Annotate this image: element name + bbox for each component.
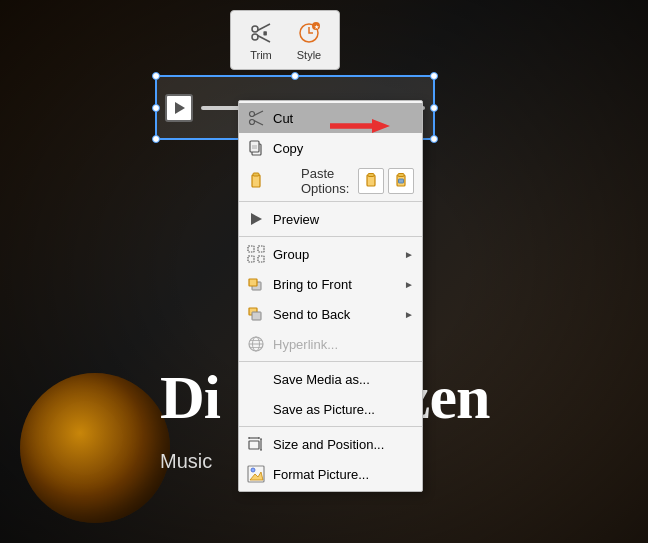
handle-tl[interactable]: [152, 72, 160, 80]
style-button[interactable]: ★ Style: [287, 15, 331, 65]
style-icon: ★: [295, 19, 323, 47]
preview-icon: [245, 208, 267, 230]
red-arrow-indicator: [330, 112, 410, 140]
menu-item-size-position[interactable]: Size and Position...: [239, 429, 422, 459]
menu-item-group[interactable]: Group ►: [239, 239, 422, 269]
svg-rect-26: [248, 256, 254, 262]
separator-1: [239, 201, 422, 202]
menu-item-save-picture[interactable]: Save as Picture...: [239, 394, 422, 424]
svg-rect-29: [249, 279, 257, 286]
handle-ml[interactable]: [152, 104, 160, 112]
menu-item-save-media[interactable]: Save Media as...: [239, 364, 422, 394]
context-menu: Cut Copy Paste Options:: [238, 100, 423, 492]
copy-icon: [245, 137, 267, 159]
svg-point-44: [251, 468, 255, 472]
svg-rect-22: [399, 179, 404, 183]
svg-line-10: [254, 111, 263, 116]
svg-line-3: [258, 36, 271, 43]
instrument-image: [20, 373, 170, 523]
svg-point-8: [250, 112, 255, 117]
paste-options-label: Paste Options:: [301, 166, 350, 196]
hyperlink-icon: [245, 333, 267, 355]
svg-rect-31: [252, 312, 261, 320]
play-button[interactable]: [165, 94, 193, 122]
format-picture-label: Format Picture...: [273, 467, 414, 482]
send-to-back-label: Send to Back: [273, 307, 400, 322]
svg-rect-13: [250, 141, 259, 152]
save-picture-icon: [245, 398, 267, 420]
svg-point-0: [252, 26, 258, 32]
save-media-label: Save Media as...: [273, 372, 414, 387]
slide-subtitle: Music: [160, 450, 212, 473]
svg-line-2: [258, 24, 271, 31]
paste-option-icons: [358, 168, 414, 194]
svg-point-9: [250, 120, 255, 125]
paste-icon: [245, 170, 267, 192]
svg-rect-17: [253, 173, 259, 176]
separator-2: [239, 236, 422, 237]
handle-br[interactable]: [430, 135, 438, 143]
bring-to-front-arrow: ►: [404, 279, 414, 290]
menu-item-hyperlink: Hyperlink...: [239, 329, 422, 359]
trim-label: Trim: [250, 49, 272, 61]
svg-rect-24: [248, 246, 254, 252]
handle-mr[interactable]: [430, 104, 438, 112]
paste-options-row: Paste Options:: [239, 163, 422, 199]
trim-icon: [247, 19, 275, 47]
paste-option-2[interactable]: [388, 168, 414, 194]
bring-to-front-icon: [245, 273, 267, 295]
menu-item-format-picture[interactable]: Format Picture...: [239, 459, 422, 489]
preview-label: Preview: [273, 212, 414, 227]
group-label: Group: [273, 247, 400, 262]
svg-line-11: [254, 121, 263, 126]
svg-rect-27: [258, 256, 264, 262]
menu-item-preview[interactable]: Preview: [239, 204, 422, 234]
hyperlink-label: Hyperlink...: [273, 337, 414, 352]
size-position-icon: [245, 433, 267, 455]
group-icon: [245, 243, 267, 265]
send-to-back-arrow: ►: [404, 309, 414, 320]
handle-bl[interactable]: [152, 135, 160, 143]
ribbon-toolbar: Trim ★ Style: [230, 10, 340, 70]
handle-tr[interactable]: [430, 72, 438, 80]
svg-text:★: ★: [314, 24, 319, 30]
svg-rect-37: [249, 441, 259, 449]
format-picture-icon: [245, 463, 267, 485]
svg-rect-4: [263, 31, 267, 35]
svg-rect-25: [258, 246, 264, 252]
save-picture-label: Save as Picture...: [273, 402, 414, 417]
handle-tm[interactable]: [291, 72, 299, 80]
save-media-icon: [245, 368, 267, 390]
size-position-label: Size and Position...: [273, 437, 414, 452]
send-to-back-icon: [245, 303, 267, 325]
copy-label: Copy: [273, 141, 414, 156]
group-arrow: ►: [404, 249, 414, 260]
style-label: Style: [297, 49, 321, 61]
bring-to-front-label: Bring to Front: [273, 277, 400, 292]
separator-4: [239, 426, 422, 427]
trim-button[interactable]: Trim: [239, 15, 283, 65]
svg-point-1: [252, 34, 258, 40]
svg-marker-23: [251, 213, 262, 225]
svg-rect-21: [398, 174, 404, 177]
menu-item-send-to-back[interactable]: Send to Back ►: [239, 299, 422, 329]
svg-rect-19: [368, 174, 374, 177]
cut-icon: [245, 107, 267, 129]
separator-3: [239, 361, 422, 362]
menu-item-bring-to-front[interactable]: Bring to Front ►: [239, 269, 422, 299]
paste-option-1[interactable]: [358, 168, 384, 194]
svg-rect-16: [252, 175, 260, 187]
